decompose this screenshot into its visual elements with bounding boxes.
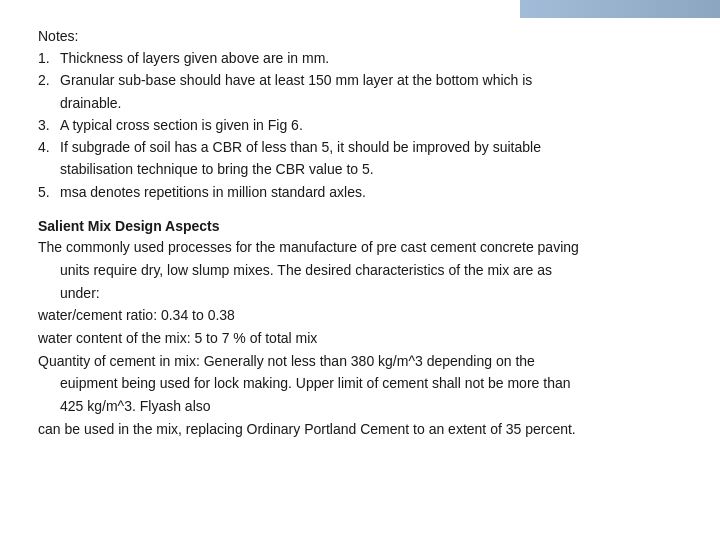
quantity-line3: 425 kg/m^3. Flyash also xyxy=(38,396,682,417)
top-bar-decoration xyxy=(520,0,720,18)
list-number: 2. xyxy=(38,70,60,90)
water-cement-ratio: water/cement ratio: 0.34 to 0.38 xyxy=(38,305,682,326)
notes-list: 1. Thickness of layers given above are i… xyxy=(38,48,682,202)
section-gap xyxy=(38,204,682,218)
para1-line2: units require dry, low slump mixes. The … xyxy=(38,260,682,281)
list-continuation: drainable. xyxy=(38,93,682,113)
last-line: can be used in the mix, replacing Ordina… xyxy=(38,419,682,440)
list-text: Granular sub-base should have at least 1… xyxy=(60,70,682,90)
list-item: 3. A typical cross section is given in F… xyxy=(38,115,682,135)
quantity-line2: euipment being used for lock making. Upp… xyxy=(38,373,682,394)
list-continuation: stabilisation technique to bring the CBR… xyxy=(38,159,682,179)
page-container: Notes: 1. Thickness of layers given abov… xyxy=(0,0,720,540)
list-text: Thickness of layers given above are in m… xyxy=(60,48,682,68)
quantity-line1: Quantity of cement in mix: Generally not… xyxy=(38,351,682,372)
para1-line1: The commonly used processes for the manu… xyxy=(38,237,682,258)
main-content: Notes: 1. Thickness of layers given abov… xyxy=(0,0,720,462)
list-text: A typical cross section is given in Fig … xyxy=(60,115,682,135)
list-item: 5. msa denotes repetitions in million st… xyxy=(38,182,682,202)
list-number: 5. xyxy=(38,182,60,202)
para1-line3: under: xyxy=(38,283,682,304)
list-number: 1. xyxy=(38,48,60,68)
salient-heading: Salient Mix Design Aspects xyxy=(38,218,682,234)
list-item: 1. Thickness of layers given above are i… xyxy=(38,48,682,68)
water-content: water content of the mix: 5 to 7 % of to… xyxy=(38,328,682,349)
list-text: If subgrade of soil has a CBR of less th… xyxy=(60,137,682,157)
list-number: 4. xyxy=(38,137,60,157)
list-number: 3. xyxy=(38,115,60,135)
list-item: 2. Granular sub-base should have at leas… xyxy=(38,70,682,90)
list-item: 4. If subgrade of soil has a CBR of less… xyxy=(38,137,682,157)
list-text: msa denotes repetitions in million stand… xyxy=(60,182,682,202)
notes-heading: Notes: xyxy=(38,28,682,44)
